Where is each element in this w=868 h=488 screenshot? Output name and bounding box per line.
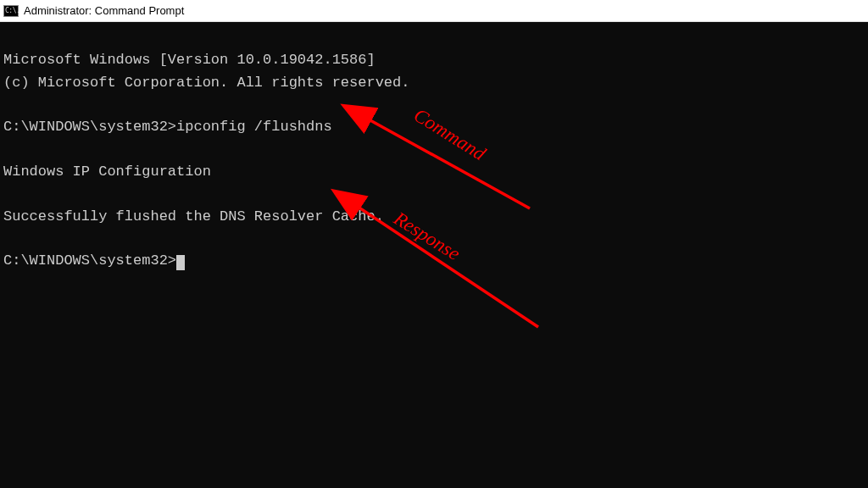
terminal-command-1: ipconfig /flushdns [176, 119, 332, 135]
window-title: Administrator: Command Prompt [24, 4, 184, 17]
terminal-prompt-2: C:\WINDOWS\system32> [3, 252, 176, 269]
window-titlebar[interactable]: C:\. Administrator: Command Prompt [0, 0, 868, 22]
terminal-line-copyright: (c) Microsoft Corporation. All rights re… [3, 75, 409, 91]
cmd-icon: C:\. [3, 5, 19, 17]
terminal-area[interactable]: Microsoft Windows [Version 10.0.19042.15… [0, 22, 868, 488]
terminal-line-ipconfig-header: Windows IP Configuration [3, 164, 211, 180]
terminal-line-version: Microsoft Windows [Version 10.0.19042.15… [3, 52, 376, 68]
terminal-line-success: Successfully flushed the DNS Resolver Ca… [3, 208, 384, 225]
terminal-prompt-1: C:\WINDOWS\system32> [3, 119, 176, 135]
terminal-cursor [176, 255, 185, 270]
